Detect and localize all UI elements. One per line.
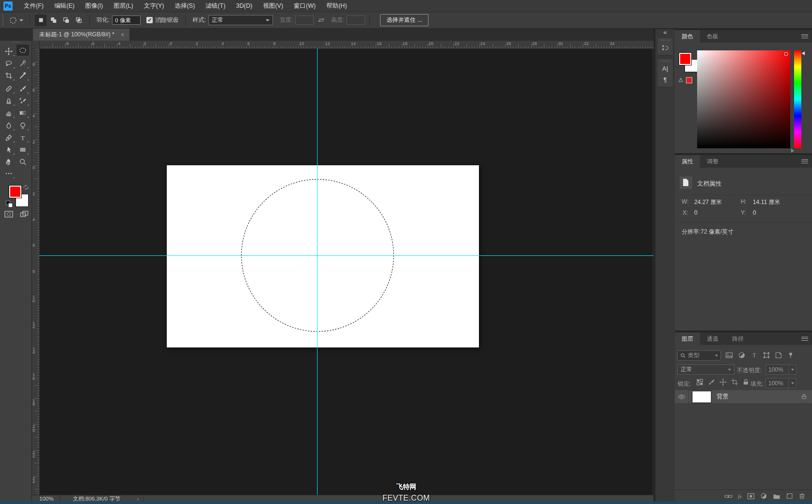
chevron-down-icon[interactable] [788,365,796,374]
vertical-ruler[interactable]: 8642024681 01 21 41 61 82 02 22 4 [32,48,40,495]
tab-路径[interactable]: 路径 [725,332,750,345]
feather-input[interactable]: 0 像素 [112,16,141,25]
blur-tool[interactable] [2,120,15,131]
pen-tool[interactable] [2,132,15,143]
zoom-level-field[interactable]: 100% [39,496,60,502]
options-grip[interactable] [2,15,5,26]
chevron-down-icon[interactable] [788,378,796,388]
layer-filter-select[interactable]: 类型 [677,350,721,361]
layer-thumbnail[interactable] [692,391,711,403]
antialias-checkbox[interactable]: ✓ [146,17,153,23]
crop-tool[interactable] [2,70,15,81]
filter-toggle-icon[interactable] [787,351,795,359]
brush-tool[interactable] [16,83,29,94]
menu-item-4[interactable]: 图层(L) [108,0,138,12]
quick-mask-button[interactable] [4,210,13,220]
panel-menu-icon[interactable] [801,34,808,38]
lock-position-button[interactable] [719,378,727,386]
filter-smart-object-icon[interactable] [775,351,782,359]
menu-item-11[interactable]: 帮助(H) [321,0,352,12]
dodge-tool[interactable] [16,120,29,131]
fill-field[interactable]: 100% [765,378,796,388]
delete-layer-button[interactable] [798,492,806,500]
filter-shape-icon[interactable] [763,351,770,359]
history-brush-tool[interactable] [16,95,29,106]
style-select[interactable]: 正常 [208,15,273,25]
tab-色板[interactable]: 色板 [700,30,725,43]
swap-colors-icon[interactable] [23,184,29,192]
color-cursor[interactable] [784,52,788,56]
height-input[interactable] [347,16,365,25]
lock-transparency-button[interactable] [696,378,703,386]
history-panel-icon[interactable] [657,42,673,53]
tab-图层[interactable]: 图层 [675,332,700,345]
foreground-color-swatch[interactable] [679,52,692,65]
magic-wand-tool[interactable] [16,58,29,69]
link-layers-button[interactable] [724,493,732,500]
eraser-tool[interactable] [2,107,15,118]
add-mask-button[interactable] [747,493,755,500]
layer-style-button[interactable]: fx [738,493,742,499]
character-panel-icon[interactable]: A| [657,63,673,74]
saturation-brightness-field[interactable] [697,50,790,148]
zoom-tool[interactable] [16,156,29,167]
clone-stamp-tool[interactable] [2,95,15,106]
rectangle-tool[interactable] [16,144,29,155]
menu-item-9[interactable]: 视图(V) [257,0,288,12]
elliptical-marquee-tool[interactable] [16,45,29,56]
menu-item-2[interactable]: 编辑(E) [49,0,80,12]
filter-image-icon[interactable] [725,351,733,359]
layer-row[interactable]: 背景 [675,390,812,403]
menu-item-6[interactable]: 选择(S) [169,0,200,12]
lock-pixels-button[interactable] [708,378,715,386]
lock-artboard-button[interactable] [731,378,738,386]
horizontal-guide[interactable] [39,255,653,256]
add-selection-button[interactable] [48,15,59,26]
default-colors-icon[interactable] [6,201,12,207]
menu-item-10[interactable]: 窗口(W) [288,0,321,12]
screen-mode-button[interactable] [20,210,29,220]
width-input[interactable] [295,16,314,25]
new-adjustment-layer-button[interactable] [760,492,767,500]
gamut-color-chip[interactable] [686,77,692,83]
subtract-selection-button[interactable] [60,15,72,26]
lock-all-button[interactable] [742,378,749,386]
document-info-box[interactable]: 文档:806.3K/0 字节 › [60,495,144,502]
menu-item-8[interactable]: 3D(D) [231,0,257,12]
panel-menu-icon[interactable] [801,337,808,341]
swap-dimensions-icon[interactable] [318,17,325,23]
menu-item-1[interactable]: 文件(F) [18,0,49,12]
canvas-viewport[interactable]: 飞特网 [39,48,653,495]
edit-toolbar[interactable] [2,168,15,179]
filter-adjustment-icon[interactable] [738,351,746,359]
hue-slider-arrow[interactable] [802,51,805,55]
foreground-color-swatch[interactable] [9,185,22,198]
hue-slider[interactable] [794,50,801,148]
new-layer-button[interactable] [786,492,793,500]
filter-type-icon[interactable]: T [750,351,758,359]
blend-mode-select[interactable]: 正常 [677,364,734,375]
status-chevron-icon[interactable]: › [137,496,139,502]
select-and-mask-button[interactable]: 选择并遮住 ... [380,14,428,26]
vertical-guide[interactable] [317,48,318,495]
intersect-selection-button[interactable] [73,15,84,26]
paragraph-panel-icon[interactable]: ¶ [657,74,673,85]
lasso-tool[interactable] [2,58,15,69]
hand-tool[interactable] [2,156,15,167]
opacity-field[interactable]: 100% [765,364,796,375]
spot-healing-brush-tool[interactable] [2,83,15,94]
new-selection-button[interactable] [35,15,47,26]
move-tool[interactable] [2,46,15,57]
document-tab[interactable]: 未标题-1 @ 100%(RGB/8#) * × [33,29,129,41]
visibility-toggle[interactable] [675,390,689,403]
close-tab-icon[interactable]: × [121,32,125,38]
type-tool[interactable]: T [16,132,29,143]
path-selection-tool[interactable] [2,144,15,155]
menu-item-5[interactable]: 文字(Y) [139,0,170,12]
menu-item-7[interactable]: 滤镜(T) [200,0,231,12]
panel-menu-icon[interactable] [801,159,808,163]
new-group-button[interactable] [773,493,780,500]
tab-调整[interactable]: 调整 [700,155,725,168]
tool-preset-dropdown[interactable] [9,16,23,24]
collapse-panels-button[interactable]: « [655,29,675,36]
